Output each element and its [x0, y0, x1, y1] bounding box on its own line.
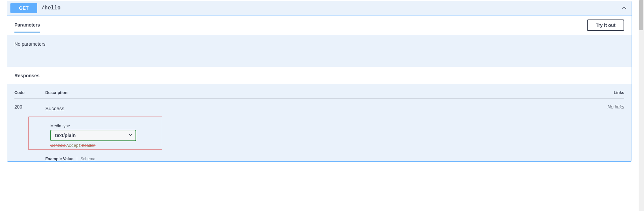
responses-table: Code Description Links 200 Success Media…	[7, 84, 632, 161]
operation-summary[interactable]: GET /hello	[7, 1, 632, 15]
chevron-up-icon[interactable]	[620, 4, 628, 12]
try-it-out-button[interactable]: Try it out	[587, 19, 624, 31]
response-row: 200 Success Media type text/plain	[14, 103, 624, 161]
example-schema-tabs: Example Value Schema	[45, 157, 597, 161]
parameters-tab[interactable]: Parameters	[14, 22, 40, 33]
tab-schema[interactable]: Schema	[80, 157, 95, 161]
operation-block: GET /hello Parameters Try it out No para…	[7, 1, 632, 162]
tab-example-value[interactable]: Example Value	[45, 157, 73, 161]
column-header-links: Links	[597, 90, 624, 98]
media-type-select[interactable]: text/plain	[50, 130, 136, 141]
media-type-label: Media type	[50, 124, 156, 128]
responses-heading: Responses	[7, 67, 632, 84]
scrollbar-thumb[interactable]	[639, 0, 643, 30]
response-links: No links	[597, 103, 624, 110]
column-header-code: Code	[14, 90, 45, 98]
endpoint-path: /hello	[41, 5, 620, 11]
accept-header-note: Controls Accept header.	[50, 143, 156, 148]
table-divider	[14, 98, 624, 99]
tab-divider	[77, 157, 77, 161]
no-parameters-text: No parameters	[7, 35, 632, 67]
media-type-highlight-box: Media type text/plain	[29, 117, 162, 150]
parameters-section-header: Parameters Try it out	[7, 15, 632, 35]
vertical-scrollbar[interactable]	[639, 0, 644, 211]
column-header-description: Description	[45, 90, 597, 98]
response-code: 200	[14, 103, 45, 110]
response-description: Success	[45, 106, 597, 111]
http-method-badge: GET	[10, 3, 37, 13]
